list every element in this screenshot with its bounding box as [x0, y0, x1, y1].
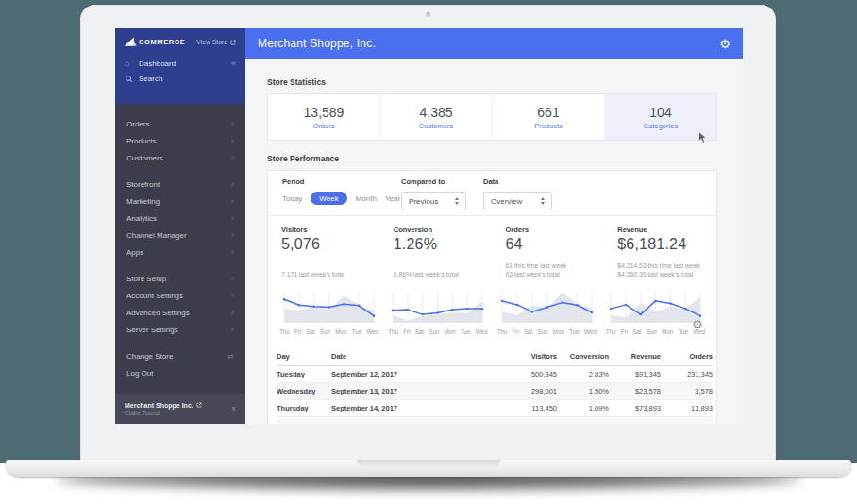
period-control: Period Today Week Month Year: [282, 177, 400, 205]
sidebar-item-analytics[interactable]: Analytics›: [115, 210, 245, 227]
sidebar-nav: Orders› Products› Customers› Storefront›…: [115, 115, 245, 381]
cursor-pointer-icon: [698, 131, 707, 145]
chart-day-label: Tue: [461, 328, 471, 335]
sparkline-row: ThuFriSatSunMonTueWed ThuFriSatSunMonTue…: [268, 286, 716, 346]
caret-up-icon[interactable]: ∧: [231, 405, 236, 412]
stat-value: 4,385: [419, 105, 452, 120]
stat-label: Categories: [644, 122, 678, 130]
nav-label: Account Settings: [126, 292, 183, 300]
period-option-year[interactable]: Year: [385, 194, 400, 203]
settings-gear-icon[interactable]: ⚙: [719, 38, 731, 50]
chart-day-label: Sun: [537, 328, 547, 335]
compared-to-value: Previous: [409, 197, 438, 206]
chart-day-labels: ThuFriSatSunMonTueWed: [496, 328, 597, 335]
cell-date: September 14, 2017: [331, 404, 498, 412]
chart-day-label: Tue: [678, 328, 688, 335]
chart-day-label: Sat: [306, 328, 314, 335]
dashboard-label: Dashboard: [139, 59, 176, 68]
chevron-right-icon: ›: [231, 197, 234, 206]
home-icon: ⌂: [125, 59, 133, 68]
swap-arrows-icon: ⇄: [227, 352, 234, 361]
nav-label: Channel Manager: [126, 231, 187, 240]
sidebar-item-store-setup[interactable]: Store Setup›: [115, 270, 245, 287]
cell-date: September 12, 2017: [331, 370, 498, 378]
metric-conversion: Conversion 1.26% 0.86% last week's total: [380, 216, 493, 286]
search-label: Search: [139, 75, 162, 83]
sidebar-item-marketing[interactable]: Marketing›: [115, 193, 245, 210]
cell-revenue: $23,578: [609, 387, 661, 395]
chevron-right-icon: ›: [231, 292, 234, 300]
chart-settings-gear-icon[interactable]: ⚙: [692, 318, 703, 330]
sidebar-item-products[interactable]: Products›: [115, 132, 245, 149]
sidebar-item-channel-manager[interactable]: Channel Manager›: [115, 227, 245, 244]
stat-label: Customers: [419, 122, 453, 130]
chart-day-label: Tue: [352, 328, 362, 335]
table-header-orders: Orders: [661, 352, 713, 361]
collapse-sidebar-icon[interactable]: «: [231, 59, 236, 68]
chart-day-label: Thu: [388, 328, 398, 335]
chevron-right-icon: ›: [231, 154, 234, 162]
logo-row: COMMERCE View Store: [115, 28, 245, 47]
nav-label: Store Setup: [126, 275, 166, 283]
sidebar-item-apps[interactable]: Apps›: [115, 244, 245, 260]
search-icon: [126, 76, 131, 81]
metric-sub: 61 this time last week: [506, 261, 599, 270]
sidebar-item-server-settings[interactable]: Server Settings›: [115, 321, 245, 338]
period-option-today[interactable]: Today: [282, 194, 302, 203]
nav-label: Storefront: [126, 180, 160, 189]
main-panel: Merchant Shoppe, Inc. ⚙ Store Statistics…: [245, 28, 743, 424]
stat-orders[interactable]: 13,589 Orders: [268, 94, 379, 140]
store-switcher[interactable]: Merchant Shoppe Inc. Claire Tourist ∧: [115, 394, 245, 424]
data-select[interactable]: Overview: [483, 192, 552, 210]
page-title: Merchant Shoppe, Inc.: [258, 37, 376, 50]
chart-day-label: Thu: [279, 328, 290, 335]
chart-day-label: Sun: [320, 328, 330, 335]
period-option-week[interactable]: Week: [311, 192, 346, 205]
chevron-right-icon: ›: [231, 248, 234, 257]
sidebar-item-dashboard[interactable]: ⌂ Dashboard «: [115, 56, 245, 71]
sidebar-item-search[interactable]: Search: [115, 71, 245, 86]
data-value: Overview: [491, 197, 522, 206]
app-header: Merchant Shoppe, Inc. ⚙: [245, 28, 743, 59]
chart-day-label: Sun: [647, 328, 657, 335]
cell-orders: 13,893: [661, 404, 713, 412]
view-store-link[interactable]: View Store: [196, 39, 236, 45]
sidebar-item-orders[interactable]: Orders›: [115, 115, 245, 132]
metric-label: Visitors: [281, 226, 375, 234]
change-store-button[interactable]: Change Store ⇄: [115, 347, 245, 364]
sidebar-item-advanced-settings[interactable]: Advanced Settings›: [115, 304, 245, 321]
cell-conversion: 1.09%: [557, 404, 609, 412]
stat-label: Products: [534, 122, 563, 130]
sidebar-item-account-settings[interactable]: Account Settings›: [115, 287, 245, 304]
chevron-right-icon: ›: [231, 214, 234, 223]
nav-label: Server Settings: [126, 326, 178, 334]
chart-day-label: Mon: [553, 328, 564, 335]
chart-day-labels: ThuFriSatSunMonTueWed: [605, 328, 706, 335]
chart-day-labels: ThuFriSatSunMonTueWed: [278, 328, 379, 335]
performance-table: Day Date Visitors Conversion Revenue Ord…: [268, 346, 716, 424]
nav-label: Orders: [126, 120, 149, 128]
stat-value: 13,589: [304, 105, 344, 120]
sidebar-item-storefront[interactable]: Storefront›: [115, 176, 245, 193]
page-background: COMMERCE View Store ⌂ Dashboard « Sear: [0, 0, 857, 504]
chart-day-label: Thu: [606, 328, 616, 335]
sidebar-item-customers[interactable]: Customers›: [115, 149, 245, 166]
sidebar: COMMERCE View Store ⌂ Dashboard « Sear: [115, 28, 245, 424]
stat-customers[interactable]: 4,385 Customers: [379, 94, 492, 140]
chart-day-label: Mon: [662, 328, 673, 335]
metric-sub: 7,171 last week's total: [281, 270, 375, 278]
log-out-label: Log Out: [126, 369, 153, 378]
nav-label: Customers: [126, 154, 163, 162]
chart-day-label: Sat: [524, 328, 532, 335]
stat-products[interactable]: 661 Products: [492, 94, 604, 140]
metric-label: Orders: [506, 226, 599, 234]
store-switcher-names: Merchant Shoppe Inc. Claire Tourist: [125, 402, 202, 416]
period-option-month[interactable]: Month: [356, 194, 377, 203]
footer-store-name: Merchant Shoppe Inc.: [125, 402, 193, 409]
cell-orders: 3,578: [661, 387, 713, 395]
stat-value: 104: [649, 105, 671, 120]
compared-to-select[interactable]: Previous: [401, 192, 466, 210]
log-out-button[interactable]: Log Out: [115, 364, 245, 381]
chevron-right-icon: ›: [231, 275, 234, 283]
nav-label: Analytics: [126, 214, 157, 223]
